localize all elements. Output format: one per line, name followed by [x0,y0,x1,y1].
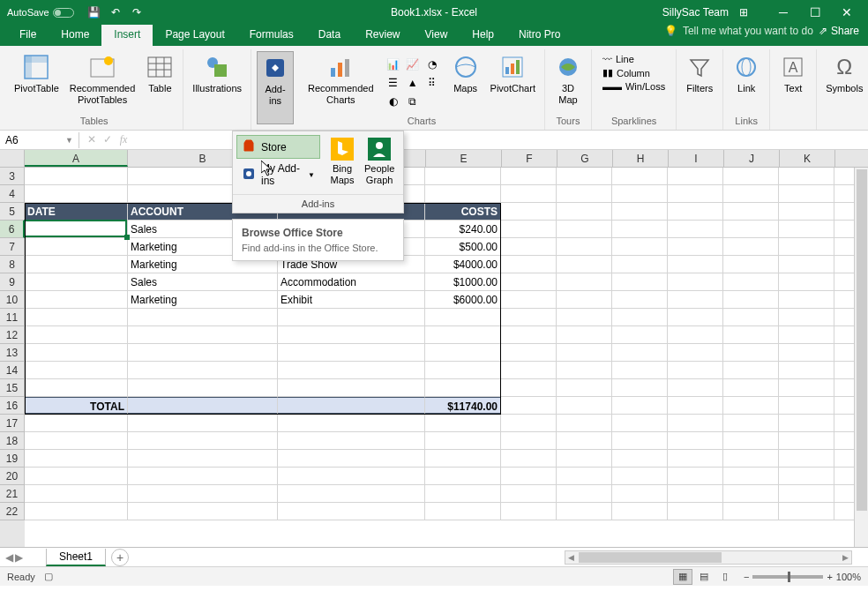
cell[interactable] [779,273,834,291]
cell[interactable] [128,309,278,326]
row-header-4[interactable]: 4 [0,185,25,203]
cell[interactable] [612,468,668,485]
cell[interactable] [612,273,668,291]
cell[interactable] [723,468,779,485]
addins-button[interactable]: Add- ins [257,51,294,124]
autosave-toggle[interactable]: AutoSave [0,7,81,18]
user-name[interactable]: SillySac Team [662,6,729,19]
cell[interactable] [723,238,779,256]
zoom-out-icon[interactable]: − [744,572,749,582]
cell[interactable] [612,168,668,185]
cell[interactable] [723,185,779,203]
scatter-chart-icon[interactable]: ⠿ [423,74,441,92]
row-header-12[interactable]: 12 [0,326,25,344]
cell[interactable] [723,326,779,344]
cell[interactable] [668,291,723,309]
cell[interactable] [128,503,278,520]
cell[interactable]: $1000.00 [425,273,501,291]
cell[interactable] [779,326,834,344]
sheet-tab-sheet1[interactable]: Sheet1 [46,549,106,566]
cell[interactable] [557,168,612,185]
line-chart-icon[interactable]: 📈 [404,56,422,73]
cell[interactable] [128,415,278,432]
cell[interactable] [779,309,834,326]
cell[interactable]: $500.00 [425,238,501,256]
cell[interactable] [557,326,612,344]
cell[interactable] [25,379,128,397]
cell[interactable] [779,185,834,203]
new-sheet-button[interactable]: + [111,549,129,566]
cell[interactable] [557,362,612,379]
cell[interactable] [668,415,723,432]
cell[interactable] [501,344,557,362]
cell[interactable] [779,485,834,503]
filters-button[interactable]: Filters [682,51,717,124]
cell[interactable] [612,326,668,344]
row-header-22[interactable]: 22 [0,503,25,520]
cell[interactable] [278,397,425,415]
cell[interactable] [668,344,723,362]
prev-sheet-icon[interactable]: ◀ [5,551,13,564]
cell[interactable] [425,503,501,520]
maps-button[interactable]: Maps [448,51,483,114]
cell[interactable] [723,168,779,185]
column-header-G[interactable]: G [557,150,613,167]
cell[interactable] [425,450,501,468]
cell[interactable] [668,238,723,256]
cell[interactable] [501,238,557,256]
column-header-J[interactable]: J [724,150,780,167]
cell[interactable] [557,291,612,309]
cell[interactable]: COSTS [425,203,501,221]
row-header-7[interactable]: 7 [0,238,25,256]
cell[interactable]: Accommodation [278,273,425,291]
cell[interactable]: Marketing [128,291,278,309]
tell-me-search[interactable]: 💡 Tell me what you want to do [664,25,813,37]
cell[interactable] [501,168,557,185]
cell[interactable] [723,273,779,291]
row-header-20[interactable]: 20 [0,468,25,485]
cell[interactable] [128,468,278,485]
cell[interactable] [668,221,723,238]
cell[interactable] [501,485,557,503]
cells-grid[interactable]: DATEACCOUNTCOSTSSales$240.00MarketingBro… [25,168,868,547]
cell[interactable] [501,273,557,291]
cell[interactable] [25,362,128,379]
sparkline-winloss-button[interactable]: ▬▬Win/Loss [601,80,667,93]
table-button[interactable]: Table [142,51,177,114]
tab-review[interactable]: Review [353,25,412,46]
cell[interactable] [128,379,278,397]
cell[interactable] [612,362,668,379]
link-button[interactable]: Link [729,51,764,114]
cell[interactable] [25,344,128,362]
cell[interactable] [612,415,668,432]
cell[interactable] [501,203,557,221]
cell[interactable] [278,450,425,468]
cell[interactable] [668,256,723,273]
cell[interactable] [612,238,668,256]
cell[interactable] [128,362,278,379]
cell[interactable] [668,362,723,379]
cell[interactable] [128,326,278,344]
cell[interactable] [128,450,278,468]
cell[interactable] [278,344,425,362]
cell[interactable] [723,379,779,397]
cell[interactable] [668,379,723,397]
cell[interactable] [557,273,612,291]
cell[interactable] [779,468,834,485]
cell[interactable] [723,485,779,503]
redo-icon[interactable]: ↷ [131,6,143,19]
cell[interactable] [25,450,128,468]
cell[interactable] [501,221,557,238]
row-header-14[interactable]: 14 [0,362,25,379]
row-header-6[interactable]: 6 [0,221,25,238]
cell[interactable] [25,432,128,450]
cell[interactable] [668,309,723,326]
cell[interactable]: $6000.00 [425,291,501,309]
cell[interactable] [723,291,779,309]
cell[interactable] [612,309,668,326]
cell[interactable] [501,309,557,326]
cell[interactable] [612,203,668,221]
cell[interactable] [668,432,723,450]
cell[interactable] [612,379,668,397]
cell[interactable] [25,185,128,203]
